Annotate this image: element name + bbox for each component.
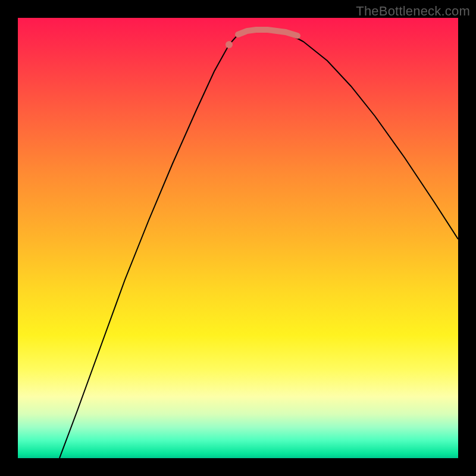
chart-plot-area [18,18,458,458]
optimal-range-highlight [238,30,298,36]
bottleneck-curve [60,30,458,458]
optimal-point-marker [226,41,233,48]
bottleneck-curve-svg [18,18,458,458]
watermark-text: TheBottleneck.com [356,4,470,19]
